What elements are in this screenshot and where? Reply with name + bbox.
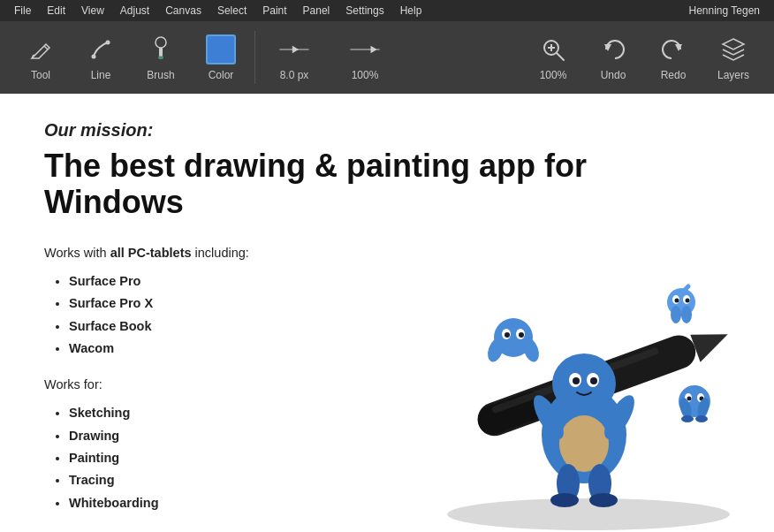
brush-label: Brush	[147, 69, 174, 81]
undo-button[interactable]: Undo	[583, 22, 643, 93]
line-label: Line	[91, 69, 111, 81]
svg-marker-19	[690, 323, 733, 362]
works-with-suffix: including:	[192, 246, 249, 260]
menu-adjust[interactable]: Adjust	[113, 3, 156, 19]
menu-bar: File Edit View Adjust Canvas Select Pain…	[0, 0, 774, 21]
menu-panel[interactable]: Panel	[296, 3, 338, 19]
color-label: Color	[209, 69, 234, 81]
svg-point-24	[559, 415, 609, 472]
works-with-prefix: Works with	[44, 246, 110, 260]
svg-marker-16	[723, 39, 744, 49]
svg-point-54	[687, 397, 692, 401]
svg-point-3	[156, 37, 166, 48]
tool-label: Tool	[31, 69, 50, 81]
opacity-icon	[349, 34, 381, 65]
canvas-area: Our mission: The best drawing & painting…	[0, 94, 774, 532]
undo-icon	[597, 34, 629, 65]
size-button[interactable]: 8.0 px	[259, 22, 330, 93]
line-button[interactable]: Line	[71, 22, 131, 93]
svg-marker-7	[292, 46, 299, 54]
redo-icon	[657, 34, 689, 65]
menu-settings[interactable]: Settings	[338, 3, 391, 19]
svg-point-1	[92, 55, 96, 59]
brush-button[interactable]: Brush	[131, 22, 191, 93]
svg-point-47	[686, 299, 690, 303]
svg-point-25	[552, 353, 616, 414]
svg-point-59	[695, 415, 708, 422]
svg-marker-9	[370, 46, 376, 54]
pencil-icon	[25, 34, 57, 65]
toolbar: Tool Line Brush Color	[0, 21, 774, 94]
size-icon	[278, 34, 310, 65]
svg-point-49	[671, 306, 681, 323]
svg-point-35	[589, 493, 618, 507]
opacity-label: 100%	[352, 69, 379, 81]
brush-icon	[145, 34, 177, 65]
menu-file[interactable]: File	[7, 3, 38, 19]
menu-paint[interactable]: Paint	[255, 3, 293, 19]
svg-point-39	[505, 332, 510, 338]
menu-canvas[interactable]: Canvas	[158, 3, 209, 19]
line-icon	[85, 34, 117, 65]
redo-button[interactable]: Redo	[643, 22, 703, 93]
svg-point-40	[519, 332, 524, 338]
layers-icon	[717, 34, 749, 65]
menu-view[interactable]: View	[74, 3, 111, 19]
svg-point-46	[675, 299, 679, 303]
canvas-content: Our mission: The best drawing & painting…	[0, 94, 774, 532]
layers-button[interactable]: Layers	[703, 22, 763, 93]
menu-help[interactable]: Help	[393, 3, 429, 19]
svg-point-29	[590, 377, 597, 384]
color-swatch-icon	[205, 34, 237, 65]
opacity-button[interactable]: 100%	[330, 22, 400, 93]
svg-point-5	[158, 56, 163, 59]
menu-select[interactable]: Select	[210, 3, 254, 19]
redo-label: Redo	[661, 69, 687, 81]
works-with-bold: all PC-tablets	[110, 246, 192, 260]
color-button[interactable]: Color	[191, 22, 251, 93]
menu-items: File Edit View Adjust Canvas Select Pain…	[7, 3, 429, 19]
svg-point-28	[573, 377, 580, 384]
svg-line-11	[557, 53, 564, 60]
svg-point-34	[550, 493, 579, 507]
svg-point-2	[106, 41, 110, 45]
size-label: 8.0 px	[280, 69, 309, 81]
tool-button[interactable]: Tool	[11, 22, 71, 93]
svg-rect-4	[159, 48, 163, 57]
svg-point-17	[447, 498, 730, 530]
menu-edit[interactable]: Edit	[40, 3, 72, 19]
svg-line-0	[44, 46, 48, 49]
toolbar-right: 100% Undo Redo	[523, 22, 763, 93]
toolbar-sep-1	[254, 31, 255, 84]
svg-point-50	[681, 306, 692, 323]
svg-point-58	[681, 415, 694, 422]
layers-label: Layers	[717, 69, 749, 81]
mission-label: Our mission:	[44, 120, 730, 141]
menu-user: Henning Tegen	[681, 3, 767, 19]
illustration	[403, 232, 774, 532]
undo-label: Undo	[601, 69, 626, 81]
main-heading: The best drawing & painting app for Wind…	[44, 148, 610, 221]
zoom-label: 100%	[540, 69, 567, 81]
zoom-icon	[537, 34, 569, 65]
zoom-button[interactable]: 100%	[523, 22, 583, 93]
